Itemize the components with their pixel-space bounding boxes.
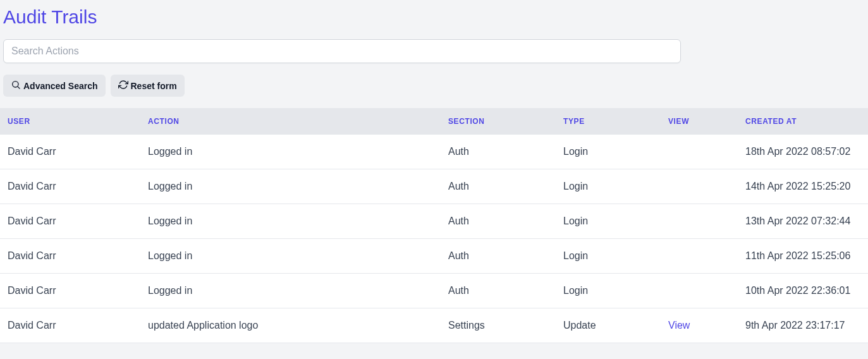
table-row: David CarrLogged inAuthLogin11th Apr 202… <box>0 239 868 274</box>
cell-section: Settings <box>441 308 556 343</box>
cell-view <box>661 135 738 169</box>
cell-type: Login <box>556 274 661 308</box>
table-row: David CarrLogged inAuthLogin18th Apr 202… <box>0 135 868 169</box>
button-row: Advanced Search Reset form <box>0 75 868 108</box>
reset-form-label: Reset form <box>131 81 177 91</box>
cell-view <box>661 169 738 204</box>
advanced-search-label: Advanced Search <box>23 81 98 91</box>
cell-user: David Carr <box>0 135 140 169</box>
cell-type: Login <box>556 135 661 169</box>
cell-created-at: 10th Apr 2022 22:36:01 <box>738 274 868 308</box>
svg-line-1 <box>18 87 20 88</box>
cell-created-at: 18th Apr 2022 08:57:02 <box>738 135 868 169</box>
cell-type: Update <box>556 308 661 343</box>
cell-view <box>661 274 738 308</box>
cell-action: Logged in <box>140 204 441 239</box>
cell-view: View <box>661 308 738 343</box>
header-view[interactable]: View <box>661 108 738 135</box>
search-container <box>0 39 868 75</box>
header-created-at[interactable]: Created At <box>738 108 868 135</box>
cell-user: David Carr <box>0 239 140 274</box>
advanced-search-button[interactable]: Advanced Search <box>3 75 106 97</box>
cell-section: Auth <box>441 274 556 308</box>
reset-form-button[interactable]: Reset form <box>111 75 185 97</box>
cell-view <box>661 204 738 239</box>
header-type[interactable]: Type <box>556 108 661 135</box>
cell-user: David Carr <box>0 274 140 308</box>
table-row: David CarrLogged inAuthLogin13th Apr 202… <box>0 204 868 239</box>
refresh-icon <box>118 80 128 92</box>
cell-user: David Carr <box>0 169 140 204</box>
table-row: David CarrLogged inAuthLogin10th Apr 202… <box>0 274 868 308</box>
search-input[interactable] <box>3 39 681 63</box>
cell-section: Auth <box>441 204 556 239</box>
cell-type: Login <box>556 204 661 239</box>
cell-action: Logged in <box>140 274 441 308</box>
search-icon <box>11 80 21 92</box>
cell-action: Logged in <box>140 135 441 169</box>
cell-section: Auth <box>441 169 556 204</box>
header-action[interactable]: Action <box>140 108 441 135</box>
table-header-row: User Action Section Type View Created At <box>0 108 868 135</box>
header-user[interactable]: User <box>0 108 140 135</box>
cell-user: David Carr <box>0 308 140 343</box>
page-title: Audit Trails <box>0 0 868 39</box>
cell-action: updated Application logo <box>140 308 441 343</box>
cell-section: Auth <box>441 239 556 274</box>
cell-created-at: 11th Apr 2022 15:25:06 <box>738 239 868 274</box>
cell-type: Login <box>556 169 661 204</box>
cell-created-at: 13th Apr 2022 07:32:44 <box>738 204 868 239</box>
cell-view <box>661 239 738 274</box>
cell-type: Login <box>556 239 661 274</box>
view-link[interactable]: View <box>668 320 690 331</box>
cell-created-at: 9th Apr 2022 23:17:17 <box>738 308 868 343</box>
cell-section: Auth <box>441 135 556 169</box>
table-row: David CarrLogged inAuthLogin14th Apr 202… <box>0 169 868 204</box>
svg-point-0 <box>13 82 18 87</box>
table-row: David Carrupdated Application logoSettin… <box>0 308 868 343</box>
cell-action: Logged in <box>140 239 441 274</box>
cell-created-at: 14th Apr 2022 15:25:20 <box>738 169 868 204</box>
audit-table: User Action Section Type View Created At… <box>0 108 868 343</box>
cell-action: Logged in <box>140 169 441 204</box>
cell-user: David Carr <box>0 204 140 239</box>
header-section[interactable]: Section <box>441 108 556 135</box>
audit-table-container: User Action Section Type View Created At… <box>0 108 868 343</box>
